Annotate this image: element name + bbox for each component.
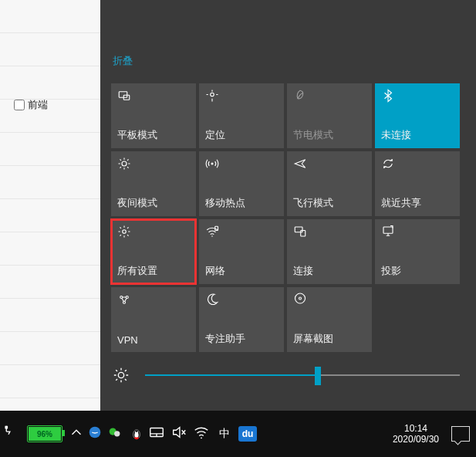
svg-point-15 xyxy=(118,372,123,377)
tray-chevron-up[interactable] xyxy=(68,411,86,457)
tile-bluetooth[interactable]: 未连接 xyxy=(375,83,460,148)
collapse-link[interactable]: 折叠 xyxy=(113,54,133,68)
touchpad-tray-icon[interactable] xyxy=(147,411,170,457)
svg-rect-23 xyxy=(134,438,139,439)
foreground-checkbox-input[interactable] xyxy=(14,100,25,110)
chat-icon xyxy=(106,424,127,444)
leaf-icon xyxy=(293,89,307,103)
tile-label: 飞行模式 xyxy=(293,196,333,210)
svg-rect-9 xyxy=(301,231,306,237)
tile-network[interactable]: 网络 xyxy=(199,219,284,284)
tile-label: 所有设置 xyxy=(117,264,157,278)
svg-point-12 xyxy=(126,296,128,299)
svg-point-25 xyxy=(201,437,202,438)
background-window xyxy=(0,0,101,411)
tray-app-sync[interactable] xyxy=(86,411,106,457)
clock-time: 10:14 xyxy=(393,423,439,434)
network-tray-icon[interactable] xyxy=(191,411,214,457)
tile-label: 节电模式 xyxy=(293,128,333,142)
quick-action-tiles: 平板模式定位节电模式未连接夜间模式移动热点飞行模式就近共享所有设置网络连接投影V… xyxy=(111,83,460,352)
moon-icon xyxy=(205,293,219,306)
notification-center-button[interactable] xyxy=(445,411,476,457)
ime-indicator[interactable]: 中 xyxy=(214,411,235,457)
globe-icon xyxy=(86,424,106,444)
chevron-up-icon xyxy=(68,424,86,444)
baidu-ime-icon: du xyxy=(238,426,257,442)
tile-connect[interactable]: 连接 xyxy=(287,219,372,284)
svg-point-18 xyxy=(114,431,120,436)
tile-label: 专注助手 xyxy=(205,332,245,346)
battery-tray[interactable]: 96% xyxy=(22,411,68,457)
power-tray-icon[interactable] xyxy=(0,411,20,457)
svg-point-13 xyxy=(123,301,126,303)
svg-rect-10 xyxy=(383,227,393,233)
svg-point-21 xyxy=(135,432,137,433)
svg-point-11 xyxy=(120,296,123,299)
tile-focus-assist[interactable]: 专注助手 xyxy=(199,287,284,352)
tray-app-baidu[interactable]: du xyxy=(235,411,261,457)
brightness-track[interactable] xyxy=(145,374,460,376)
tile-label: 屏幕截图 xyxy=(293,332,333,346)
brightness-fill xyxy=(145,374,318,376)
tray-app-qq[interactable] xyxy=(127,411,147,457)
tile-location[interactable]: 定位 xyxy=(199,83,284,148)
tile-label: 就近共享 xyxy=(381,196,421,210)
svg-point-4 xyxy=(211,163,214,165)
bluetooth-icon xyxy=(381,89,395,103)
wifi-icon xyxy=(205,225,219,239)
location-icon xyxy=(205,89,219,103)
action-center-panel: 折叠 平板模式定位节电模式未连接夜间模式移动热点飞行模式就近共享所有设置网络连接… xyxy=(100,0,476,411)
brightness-thumb[interactable] xyxy=(315,367,321,385)
sun-icon xyxy=(117,157,131,171)
notification-icon xyxy=(451,426,470,442)
tile-label: 定位 xyxy=(205,128,225,142)
tile-project[interactable]: 投影 xyxy=(375,219,460,284)
tile-battery-saver[interactable]: 节电模式 xyxy=(287,83,372,148)
penguin-icon xyxy=(130,427,143,441)
tile-airplane[interactable]: 飞行模式 xyxy=(287,151,372,216)
touchpad-icon xyxy=(148,424,168,444)
svg-point-22 xyxy=(137,432,139,433)
tile-label: 连接 xyxy=(293,264,313,278)
svg-point-14 xyxy=(299,297,302,300)
tile-label: 平板模式 xyxy=(117,128,157,142)
volume-mute-icon xyxy=(170,424,191,444)
tile-label: 未连接 xyxy=(381,128,411,142)
svg-point-20 xyxy=(134,432,138,438)
wifi-icon xyxy=(193,424,213,444)
connect-icon xyxy=(293,225,307,239)
tile-hotspot[interactable]: 移动热点 xyxy=(199,151,284,216)
tablet-icon xyxy=(117,89,131,103)
share-icon xyxy=(381,157,395,171)
svg-rect-8 xyxy=(295,227,302,232)
svg-point-5 xyxy=(123,230,127,234)
foreground-checkbox[interactable]: 前端 xyxy=(11,97,48,113)
tile-night-light[interactable]: 夜间模式 xyxy=(111,151,196,216)
tray-app-wechat[interactable] xyxy=(106,411,127,457)
tile-label: 网络 xyxy=(205,264,225,278)
tile-tablet[interactable]: 平板模式 xyxy=(111,83,196,148)
snip-icon xyxy=(293,293,307,306)
airplane-icon xyxy=(293,157,307,171)
svg-point-6 xyxy=(211,235,213,237)
volume-tray-icon[interactable] xyxy=(170,411,191,457)
tile-all-settings[interactable]: 所有设置 xyxy=(111,219,196,284)
tile-nearby-share[interactable]: 就近共享 xyxy=(375,151,460,216)
tile-label: VPN xyxy=(117,334,138,346)
tile-label: 移动热点 xyxy=(205,196,245,210)
svg-point-2 xyxy=(211,93,214,96)
gear-icon xyxy=(117,225,131,239)
svg-point-16 xyxy=(89,427,101,438)
brightness-slider[interactable] xyxy=(111,361,460,389)
svg-rect-0 xyxy=(119,92,127,98)
project-icon xyxy=(381,225,395,239)
tile-screen-snip[interactable]: 屏幕截图 xyxy=(287,287,372,352)
tile-label: 投影 xyxy=(381,264,401,278)
brightness-icon xyxy=(111,365,131,385)
svg-point-3 xyxy=(122,161,127,166)
svg-rect-7 xyxy=(215,226,218,230)
foreground-checkbox-label: 前端 xyxy=(28,98,48,112)
tile-vpn[interactable]: VPN xyxy=(111,287,196,352)
tile-label: 夜间模式 xyxy=(117,196,157,210)
taskbar-clock[interactable]: 10:14 2020/09/30 xyxy=(393,423,445,445)
